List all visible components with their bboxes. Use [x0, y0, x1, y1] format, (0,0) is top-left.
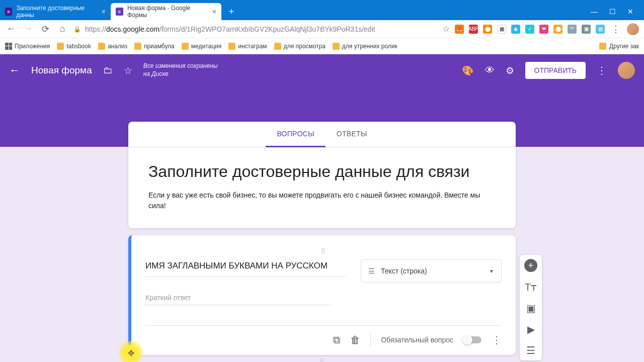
more-options-icon[interactable]: ⋮ — [492, 334, 502, 346]
extension-icon[interactable]: ⬤ — [483, 25, 492, 34]
bookmark-item[interactable]: анализ — [98, 43, 127, 50]
browser-tab[interactable]: ≡ Новая форма - Google Формы × — [111, 3, 221, 20]
maximize-icon[interactable]: ☐ — [609, 8, 616, 15]
new-tab-button[interactable]: + — [224, 5, 238, 19]
form-header-card: ВОПРОСЫ ОТВЕТЫ Заполните достоверные дан… — [128, 122, 516, 228]
duplicate-icon[interactable]: ⧉ — [333, 334, 340, 346]
menu-icon[interactable]: ⋮ — [610, 23, 622, 35]
apps-button[interactable]: Приложения — [5, 43, 50, 50]
extension-icon[interactable]: ✓ — [525, 25, 534, 34]
folder-icon[interactable]: 🗀 — [103, 65, 113, 76]
send-button[interactable]: ОТПРАВИТЬ — [525, 62, 586, 79]
back-button[interactable]: ← — [5, 23, 17, 35]
more-icon[interactable]: ⋮ — [597, 64, 607, 76]
drag-handle-icon[interactable]: ⠿ — [128, 358, 516, 362]
bookmarks-bar: Приложения tabsbook анализ приамбула мед… — [0, 38, 644, 54]
form-description[interactable]: Если у вас уже есть свой бизнес, то вы м… — [148, 190, 496, 211]
folder-icon — [98, 43, 105, 50]
tab-questions[interactable]: ВОПРОСЫ — [266, 122, 325, 147]
question-title-input[interactable]: ИМЯ ЗАГЛАВНЫМИ БУКВАМИ НА РУССКОМ — [145, 259, 346, 277]
tab-favicon: ≡ — [116, 8, 123, 16]
preview-icon[interactable]: 👁 — [485, 65, 495, 76]
required-toggle[interactable] — [463, 336, 481, 343]
window-controls: — ☐ ✕ — [591, 8, 644, 20]
extension-icon[interactable]: ▣ — [582, 25, 591, 34]
extension-icon[interactable]: ▤ — [596, 25, 605, 34]
user-avatar[interactable] — [618, 62, 635, 79]
folder-icon — [228, 43, 235, 50]
chevron-down-icon: ▼ — [489, 268, 494, 274]
tab-favicon: ≡ — [5, 8, 12, 16]
save-status: Все изменения сохранены на Диске — [143, 62, 218, 78]
extension-icon[interactable]: ⱽᴷ — [568, 25, 577, 34]
address-bar: ← → ⟳ ⌂ 🔒 https://docs.google.com/forms/… — [0, 20, 644, 38]
close-icon[interactable]: × — [102, 8, 106, 16]
form-tabs: ВОПРОСЫ ОТВЕТЫ — [128, 122, 516, 147]
add-video-icon[interactable]: ▶ — [527, 323, 535, 335]
question-footer: ⧉ 🗑 Обязательный вопрос ⋮ — [145, 325, 502, 347]
browser-tab[interactable]: ≡ Заполните достоверные данны × — [0, 3, 111, 20]
form-name[interactable]: Новая форма — [31, 65, 92, 76]
apps-icon — [5, 43, 12, 50]
bookmark-item[interactable]: инстаграм — [228, 43, 267, 50]
folder-icon — [333, 43, 340, 50]
bookmark-item[interactable]: медитация — [182, 43, 221, 50]
bookmark-item[interactable]: tabsbook — [57, 43, 91, 50]
back-arrow-icon[interactable]: ← — [9, 64, 20, 77]
browser-tab-strip: ≡ Заполните достоверные данны × ≡ Новая … — [0, 0, 644, 20]
extension-icon[interactable]: ◆ — [511, 25, 520, 34]
cursor-highlight: ✥ — [119, 341, 143, 362]
extension-icon[interactable]: ⬤ — [553, 25, 562, 34]
tab-title: Новая форма - Google Формы — [127, 5, 206, 19]
form-title[interactable]: Заполните достоверные данные для связи — [148, 162, 496, 181]
settings-icon[interactable]: ⚙ — [506, 65, 514, 76]
delete-icon[interactable]: 🗑 — [350, 334, 360, 346]
extension-icon[interactable]: ABP — [469, 25, 478, 34]
short-text-icon: ☰ — [368, 267, 375, 275]
question-card[interactable]: ⠿ ИМЯ ЗАГЛАВНЫМИ БУКВАМИ НА РУССКОМ ☰ Те… — [128, 235, 516, 355]
palette-icon[interactable]: 🎨 — [462, 65, 474, 76]
bookmark-item[interactable]: приамбула — [134, 43, 175, 50]
bookmark-star-icon[interactable]: ☆ — [443, 24, 450, 34]
close-icon[interactable]: × — [212, 8, 216, 16]
folder-icon — [134, 43, 141, 50]
minimize-icon[interactable]: — — [591, 8, 598, 15]
folder-icon — [274, 43, 281, 50]
app-header: ← Новая форма 🗀 ☆ Все изменения сохранен… — [0, 54, 644, 86]
star-icon[interactable]: ☆ — [124, 65, 132, 76]
profile-avatar[interactable] — [627, 23, 639, 35]
folder-icon — [57, 43, 64, 50]
tab-title: Заполните достоверные данны — [16, 5, 95, 19]
reload-button[interactable]: ⟳ — [39, 23, 51, 35]
forward-button[interactable]: → — [22, 23, 34, 35]
add-title-icon[interactable]: Tᴛ — [525, 281, 537, 293]
bookmark-item[interactable]: для утренних ролик — [333, 43, 397, 50]
folder-icon — [182, 43, 189, 50]
drag-handle-icon[interactable]: ⠿ — [145, 247, 502, 255]
question-type-select[interactable]: ☰ Текст (строка) ▼ — [361, 259, 502, 283]
extensions: 🦊 ABP ⬤ ▦ ◆ ✓ ❤ ⬤ ⱽᴷ ▣ ▤ ⋮ — [455, 23, 639, 35]
add-question-button[interactable]: + — [524, 259, 537, 272]
lock-icon: 🔒 — [73, 26, 81, 33]
bookmark-item[interactable]: для просмотра — [274, 43, 326, 50]
folder-icon — [599, 43, 606, 50]
content-area: ВОПРОСЫ ОТВЕТЫ Заполните достоверные дан… — [0, 147, 644, 362]
extension-icon[interactable]: ❤ — [539, 25, 548, 34]
url-input[interactable]: 🔒 https://docs.google.com/forms/d/1Rig2W… — [73, 25, 438, 33]
short-answer-placeholder: Краткий ответ — [145, 294, 331, 305]
home-button[interactable]: ⌂ — [56, 23, 68, 35]
question-type-label: Текст (строка) — [381, 267, 427, 275]
required-label: Обязательный вопрос — [381, 336, 453, 344]
extension-icon[interactable]: ▦ — [497, 25, 506, 34]
add-section-icon[interactable]: ☰ — [526, 344, 535, 356]
other-bookmarks[interactable]: Другие зак — [599, 43, 639, 50]
tab-responses[interactable]: ОТВЕТЫ — [326, 122, 378, 147]
extension-icon[interactable]: 🦊 — [455, 25, 464, 34]
question-toolbar: + Tᴛ ▣ ▶ ☰ — [520, 255, 542, 360]
close-window-icon[interactable]: ✕ — [627, 8, 634, 15]
add-image-icon[interactable]: ▣ — [526, 302, 536, 314]
